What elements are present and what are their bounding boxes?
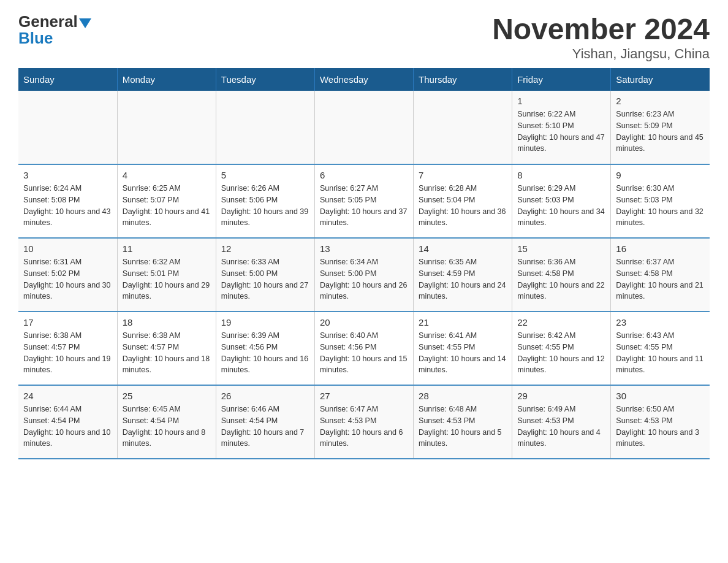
calendar-cell: 21Sunrise: 6:41 AM Sunset: 4:55 PM Dayli… [414, 312, 512, 385]
day-info: Sunrise: 6:42 AM Sunset: 4:55 PM Dayligh… [517, 330, 605, 376]
day-number: 23 [616, 317, 705, 327]
day-number: 3 [23, 170, 112, 180]
day-info: Sunrise: 6:38 AM Sunset: 4:57 PM Dayligh… [123, 330, 211, 376]
header-cell-wednesday: Wednesday [314, 68, 413, 91]
calendar-week-4: 17Sunrise: 6:38 AM Sunset: 4:57 PM Dayli… [18, 312, 710, 385]
calendar-cell: 17Sunrise: 6:38 AM Sunset: 4:57 PM Dayli… [18, 312, 117, 385]
day-info: Sunrise: 6:28 AM Sunset: 5:04 PM Dayligh… [419, 183, 507, 229]
calendar-cell: 22Sunrise: 6:42 AM Sunset: 4:55 PM Dayli… [512, 312, 611, 385]
calendar-cell [414, 91, 512, 164]
day-info: Sunrise: 6:27 AM Sunset: 5:05 PM Dayligh… [320, 183, 408, 229]
calendar-cell: 24Sunrise: 6:44 AM Sunset: 4:54 PM Dayli… [18, 385, 117, 459]
calendar-cell [117, 91, 216, 164]
calendar-week-3: 10Sunrise: 6:31 AM Sunset: 5:02 PM Dayli… [18, 238, 710, 312]
calendar-table: SundayMondayTuesdayWednesdayThursdayFrid… [18, 68, 710, 459]
calendar-cell: 27Sunrise: 6:47 AM Sunset: 4:53 PM Dayli… [314, 385, 413, 459]
day-info: Sunrise: 6:39 AM Sunset: 4:56 PM Dayligh… [221, 330, 309, 376]
day-info: Sunrise: 6:48 AM Sunset: 4:53 PM Dayligh… [419, 404, 507, 450]
calendar-cell: 25Sunrise: 6:45 AM Sunset: 4:54 PM Dayli… [117, 385, 216, 459]
calendar-cell: 3Sunrise: 6:24 AM Sunset: 5:08 PM Daylig… [18, 164, 117, 238]
header-cell-tuesday: Tuesday [216, 68, 314, 91]
calendar-week-5: 24Sunrise: 6:44 AM Sunset: 4:54 PM Dayli… [18, 385, 710, 459]
calendar-cell: 12Sunrise: 6:33 AM Sunset: 5:00 PM Dayli… [216, 238, 314, 312]
calendar-cell: 18Sunrise: 6:38 AM Sunset: 4:57 PM Dayli… [117, 312, 216, 385]
day-info: Sunrise: 6:50 AM Sunset: 4:53 PM Dayligh… [616, 404, 705, 450]
title-block: November 2024 Yishan, Jiangsu, China [492, 12, 710, 62]
day-info: Sunrise: 6:47 AM Sunset: 4:53 PM Dayligh… [320, 404, 408, 450]
calendar-cell: 26Sunrise: 6:46 AM Sunset: 4:54 PM Dayli… [216, 385, 314, 459]
day-info: Sunrise: 6:35 AM Sunset: 4:59 PM Dayligh… [419, 256, 507, 302]
calendar-cell: 7Sunrise: 6:28 AM Sunset: 5:04 PM Daylig… [414, 164, 512, 238]
day-number: 7 [419, 170, 507, 180]
day-number: 22 [517, 317, 605, 327]
day-info: Sunrise: 6:23 AM Sunset: 5:09 PM Dayligh… [616, 109, 705, 155]
calendar-cell: 1Sunrise: 6:22 AM Sunset: 5:10 PM Daylig… [512, 91, 611, 164]
day-number: 15 [517, 243, 605, 254]
day-number: 1 [517, 96, 605, 106]
day-number: 28 [419, 391, 507, 401]
day-number: 12 [221, 243, 309, 254]
day-number: 14 [419, 243, 507, 254]
header-cell-friday: Friday [512, 68, 611, 91]
day-number: 25 [123, 391, 211, 401]
calendar-cell: 23Sunrise: 6:43 AM Sunset: 4:55 PM Dayli… [611, 312, 710, 385]
day-number: 4 [123, 170, 211, 180]
day-number: 16 [616, 243, 705, 254]
calendar-cell: 29Sunrise: 6:49 AM Sunset: 4:53 PM Dayli… [512, 385, 611, 459]
calendar-cell: 6Sunrise: 6:27 AM Sunset: 5:05 PM Daylig… [314, 164, 413, 238]
day-info: Sunrise: 6:41 AM Sunset: 4:55 PM Dayligh… [419, 330, 507, 376]
day-info: Sunrise: 6:36 AM Sunset: 4:58 PM Dayligh… [517, 256, 605, 302]
day-number: 18 [123, 317, 211, 327]
day-number: 17 [23, 317, 112, 327]
calendar-cell: 8Sunrise: 6:29 AM Sunset: 5:03 PM Daylig… [512, 164, 611, 238]
logo: General Blue [18, 12, 91, 48]
day-info: Sunrise: 6:34 AM Sunset: 5:00 PM Dayligh… [320, 256, 408, 302]
day-number: 21 [419, 317, 507, 327]
calendar-cell: 5Sunrise: 6:26 AM Sunset: 5:06 PM Daylig… [216, 164, 314, 238]
calendar-cell [314, 91, 413, 164]
day-info: Sunrise: 6:43 AM Sunset: 4:55 PM Dayligh… [616, 330, 705, 376]
header-cell-thursday: Thursday [414, 68, 512, 91]
calendar-cell: 14Sunrise: 6:35 AM Sunset: 4:59 PM Dayli… [414, 238, 512, 312]
day-number: 6 [320, 170, 408, 180]
day-info: Sunrise: 6:40 AM Sunset: 4:56 PM Dayligh… [320, 330, 408, 376]
day-number: 27 [320, 391, 408, 401]
day-info: Sunrise: 6:30 AM Sunset: 5:03 PM Dayligh… [616, 183, 705, 229]
page-header: General Blue November 2024 Yishan, Jiang… [18, 12, 710, 62]
day-info: Sunrise: 6:22 AM Sunset: 5:10 PM Dayligh… [517, 109, 605, 155]
header-cell-saturday: Saturday [611, 68, 710, 91]
calendar-header: SundayMondayTuesdayWednesdayThursdayFrid… [18, 68, 710, 91]
day-number: 20 [320, 317, 408, 327]
day-info: Sunrise: 6:32 AM Sunset: 5:01 PM Dayligh… [123, 256, 211, 302]
day-number: 2 [616, 96, 705, 106]
header-cell-sunday: Sunday [18, 68, 117, 91]
calendar-cell [18, 91, 117, 164]
day-number: 8 [517, 170, 605, 180]
day-info: Sunrise: 6:49 AM Sunset: 4:53 PM Dayligh… [517, 404, 605, 450]
calendar-cell: 20Sunrise: 6:40 AM Sunset: 4:56 PM Dayli… [314, 312, 413, 385]
calendar-cell: 19Sunrise: 6:39 AM Sunset: 4:56 PM Dayli… [216, 312, 314, 385]
calendar-cell: 30Sunrise: 6:50 AM Sunset: 4:53 PM Dayli… [611, 385, 710, 459]
calendar-cell: 13Sunrise: 6:34 AM Sunset: 5:00 PM Dayli… [314, 238, 413, 312]
day-info: Sunrise: 6:29 AM Sunset: 5:03 PM Dayligh… [517, 183, 605, 229]
logo-blue-text: Blue [18, 29, 53, 48]
day-number: 24 [23, 391, 112, 401]
calendar-cell: 11Sunrise: 6:32 AM Sunset: 5:01 PM Dayli… [117, 238, 216, 312]
day-number: 29 [517, 391, 605, 401]
calendar-cell: 28Sunrise: 6:48 AM Sunset: 4:53 PM Dayli… [414, 385, 512, 459]
calendar-subtitle: Yishan, Jiangsu, China [492, 46, 710, 62]
day-info: Sunrise: 6:44 AM Sunset: 4:54 PM Dayligh… [23, 404, 112, 450]
calendar-week-2: 3Sunrise: 6:24 AM Sunset: 5:08 PM Daylig… [18, 164, 710, 238]
day-number: 26 [221, 391, 309, 401]
day-number: 19 [221, 317, 309, 327]
day-number: 30 [616, 391, 705, 401]
calendar-cell: 9Sunrise: 6:30 AM Sunset: 5:03 PM Daylig… [611, 164, 710, 238]
day-info: Sunrise: 6:31 AM Sunset: 5:02 PM Dayligh… [23, 256, 112, 302]
day-number: 9 [616, 170, 705, 180]
day-info: Sunrise: 6:24 AM Sunset: 5:08 PM Dayligh… [23, 183, 112, 229]
calendar-cell [216, 91, 314, 164]
day-info: Sunrise: 6:26 AM Sunset: 5:06 PM Dayligh… [221, 183, 309, 229]
day-info: Sunrise: 6:46 AM Sunset: 4:54 PM Dayligh… [221, 404, 309, 450]
calendar-cell: 10Sunrise: 6:31 AM Sunset: 5:02 PM Dayli… [18, 238, 117, 312]
calendar-cell: 16Sunrise: 6:37 AM Sunset: 4:58 PM Dayli… [611, 238, 710, 312]
